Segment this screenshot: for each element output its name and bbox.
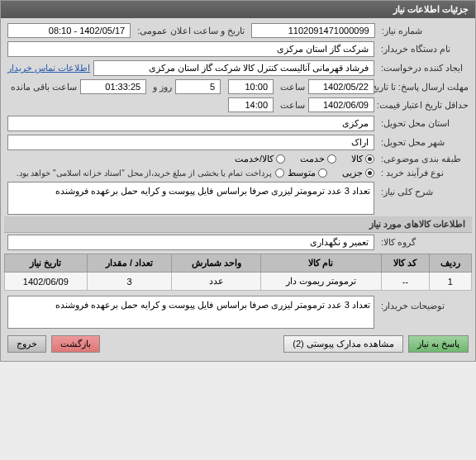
rooz-label: روز و (150, 82, 172, 92)
group-label: گروه کالا: (378, 237, 469, 248)
panel-title: جزئیات اطلاعات نیاز (1, 1, 475, 18)
cell-date: 1402/06/09 (5, 273, 88, 291)
attachments-button[interactable]: مشاهده مدارک پیوستی (2) (283, 335, 403, 353)
need-details-panel: جزئیات اطلاعات نیاز شماره نیاز: 11020914… (0, 0, 476, 362)
th-name: نام کالا (260, 254, 381, 273)
validity-label: حداقل تاریخ اعتبار قیمت: تا تاریخ: (378, 100, 469, 111)
deadline-days: 5 (175, 79, 221, 94)
city-label: شهر محل تحویل: (378, 137, 469, 148)
radio-motavaset-label: متوسط (288, 168, 316, 178)
buyer-notes-value: تعداد 3 عدد ترمومتر لیزری صرفا براساس فا… (7, 296, 374, 329)
cell-unit: عدد (172, 273, 260, 291)
radio-khedmat-label: خدمت (300, 154, 325, 164)
group-value: تعمیر و نگهداری (7, 235, 374, 250)
radio-khedmat[interactable] (327, 154, 336, 164)
th-unit: واحد شمارش (172, 254, 260, 273)
radio-kala-label: کالا (351, 154, 363, 164)
checkbox-payment-note[interactable] (275, 168, 284, 178)
th-idx: ردیف (429, 254, 471, 273)
validity-date: 1402/06/09 (308, 97, 374, 112)
radio-jozi-label: جزیی (342, 168, 363, 178)
th-date: تاریخ نیاز (5, 254, 88, 273)
deadline-label: مهلت ارسال پاسخ: تا تاریخ: (378, 82, 469, 92)
need-no-value: 1102091471000099 (251, 23, 374, 38)
deadline-time: 10:00 (228, 79, 274, 94)
province-label: استان محل تحویل: (378, 118, 469, 129)
payment-note: پرداخت تمام یا بخشی از مبلغ خرید،از محل … (17, 168, 272, 178)
th-code: کد کالا (382, 254, 430, 273)
subject-class-group: کالا خدمت کالا/خدمت (235, 154, 374, 164)
cell-code: -- (382, 273, 430, 291)
buyer-org-value: شرکت گاز استان مرکزی (7, 41, 374, 57)
need-no-label: شماره نیاز: (378, 26, 469, 36)
general-desc-label: شرح کلی نیاز: (378, 182, 469, 197)
province-value: مرکزی (7, 116, 374, 131)
baghi-label: ساعت باقی مانده (7, 82, 77, 92)
general-desc-value: تعداد 3 عدد ترمومتر لیزری صرفا براساس فا… (7, 182, 374, 215)
saat-label-2: ساعت (277, 100, 305, 111)
city-value: اراک (7, 135, 374, 150)
radio-kala[interactable] (365, 154, 374, 164)
panel-body: شماره نیاز: 1102091471000099 تاریخ و ساع… (1, 18, 475, 361)
deadline-remain: 01:33:25 (80, 79, 146, 94)
deadline-date: 1402/05/22 (308, 79, 374, 94)
validity-time: 14:00 (228, 97, 274, 112)
table-row[interactable]: 1 -- ترمومتر ریموت دار عدد 3 1402/06/09 (5, 273, 472, 291)
back-button[interactable]: بازگشت (51, 335, 100, 353)
announce-label: تاریخ و ساعت اعلان عمومی: (134, 26, 245, 36)
purchase-type-group: جزیی متوسط (288, 168, 374, 178)
radio-jozi[interactable] (365, 168, 374, 178)
th-qty: تعداد / مقدار (87, 254, 172, 273)
button-row: پاسخ به نیاز مشاهده مدارک پیوستی (2) باز… (4, 330, 472, 358)
exit-button[interactable]: خروج (7, 335, 46, 353)
buyer-notes-label: توضیحات خریدار: (378, 296, 469, 311)
saat-label-1: ساعت (277, 82, 305, 92)
purchase-type-label: نوع فرآیند خرید : (378, 168, 469, 178)
buyer-org-label: نام دستگاه خریدار: (378, 44, 469, 55)
radio-motavaset[interactable] (318, 168, 327, 178)
cell-idx: 1 (429, 273, 471, 291)
radio-kala-khedmat[interactable] (276, 154, 285, 164)
cell-qty: 3 (87, 273, 172, 291)
cell-name: ترمومتر ریموت دار (260, 273, 381, 291)
radio-kala-khedmat-label: کالا/خدمت (235, 154, 274, 164)
subject-class-label: طبقه بندی موضوعی: (378, 154, 469, 164)
announce-value: 1402/05/17 - 08:10 (7, 23, 131, 38)
creator-label: ایجاد کننده درخواست: (378, 63, 469, 74)
items-table: ردیف کد کالا نام کالا واحد شمارش تعداد /… (4, 254, 472, 291)
reply-button[interactable]: پاسخ به نیاز (408, 335, 469, 353)
contact-link[interactable]: اطلاعات تماس خریدار (7, 63, 90, 74)
creator-value: فرشاد قهرمانی آنالیست کنترل کالا شرکت گا… (93, 60, 374, 76)
items-section-title: اطلاعات کالاهای مورد نیاز (4, 216, 472, 233)
